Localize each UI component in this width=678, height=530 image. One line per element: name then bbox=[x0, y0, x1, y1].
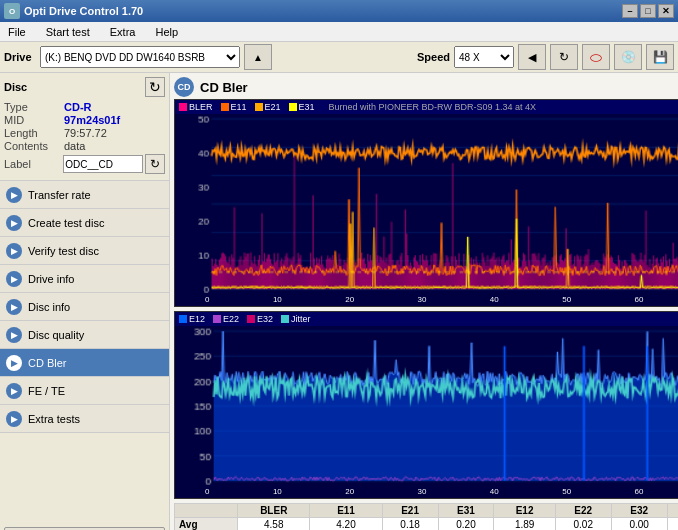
stats-col-e32: E32 bbox=[611, 504, 667, 518]
create-test-disc-icon: ▶ bbox=[6, 215, 22, 231]
disc-refresh-button[interactable]: ↻ bbox=[145, 77, 165, 97]
stats-col-e22: E22 bbox=[555, 504, 611, 518]
app-icon: O bbox=[4, 3, 20, 19]
disc-label-row: Label ↻ bbox=[4, 154, 165, 174]
e31-color bbox=[289, 103, 297, 111]
disc-quality-icon: ▶ bbox=[6, 327, 22, 343]
burned-with-label: Burned with PIONEER BD-RW BDR-S09 1.34 a… bbox=[329, 102, 536, 112]
e21-color bbox=[255, 103, 263, 111]
nav-verify-test-disc[interactable]: ▶ Verify test disc bbox=[0, 237, 169, 265]
verify-test-disc-icon: ▶ bbox=[6, 243, 22, 259]
erase-icon[interactable]: ⬭ bbox=[582, 44, 610, 70]
stats-col-e31: E31 bbox=[438, 504, 494, 518]
cd-bler-icon: ▶ bbox=[6, 355, 22, 371]
stats-cell-0-6: 0.00 bbox=[611, 518, 667, 531]
legend-e32: E32 bbox=[247, 314, 273, 324]
nav-transfer-rate[interactable]: ▶ Transfer rate bbox=[0, 181, 169, 209]
stats-col-e21: E21 bbox=[382, 504, 438, 518]
chart-title: CD Bler bbox=[200, 80, 248, 95]
legend-e12: E12 bbox=[179, 314, 205, 324]
nav-drive-info[interactable]: ▶ Drive info bbox=[0, 265, 169, 293]
bler-color bbox=[179, 103, 187, 111]
drive-info-icon: ▶ bbox=[6, 271, 22, 287]
disc-contents-value: data bbox=[64, 140, 85, 152]
menu-help[interactable]: Help bbox=[151, 24, 182, 40]
stats-cell-0-7: 6.54% bbox=[667, 518, 678, 531]
jitter-color bbox=[281, 315, 289, 323]
close-button[interactable]: ✕ bbox=[658, 4, 674, 18]
stats-cell-0-3: 0.20 bbox=[438, 518, 494, 531]
disc-label-label: Label bbox=[4, 158, 63, 170]
drive-select[interactable]: (K:) BENQ DVD DD DW1640 BSRB bbox=[40, 46, 240, 68]
chart1-container: BLER E11 E21 E31 Burned with PIONEER B bbox=[174, 99, 678, 307]
disc-section-title: Disc bbox=[4, 81, 27, 93]
menu-file[interactable]: File bbox=[4, 24, 30, 40]
transfer-rate-icon: ▶ bbox=[6, 187, 22, 203]
minimize-button[interactable]: – bbox=[622, 4, 638, 18]
disc-type-label: Type bbox=[4, 101, 64, 113]
stats-table: BLER E11 E21 E31 E12 E22 E32 Jitter Avg4… bbox=[174, 503, 678, 530]
disc-type-row: Type CD-R bbox=[4, 101, 165, 113]
legend-bler: BLER bbox=[179, 102, 213, 112]
drive-eject-icon[interactable]: ▲ bbox=[244, 44, 272, 70]
label-refresh-button[interactable]: ↻ bbox=[145, 154, 165, 174]
nav-fe-te[interactable]: ▶ FE / TE bbox=[0, 377, 169, 405]
stats-row: BLER E11 E21 E31 E12 E22 E32 Jitter Avg4… bbox=[174, 499, 678, 530]
stats-col-jitter: Jitter bbox=[667, 504, 678, 518]
disc-label-input[interactable] bbox=[63, 155, 143, 173]
menu-start-test[interactable]: Start test bbox=[42, 24, 94, 40]
legend-e21: E21 bbox=[255, 102, 281, 112]
drive-label: Drive bbox=[4, 51, 36, 63]
bler-chart bbox=[175, 114, 678, 294]
e32-color bbox=[247, 315, 255, 323]
chart1-legend: BLER E11 E21 E31 Burned with PIONEER B bbox=[175, 100, 678, 114]
main-layout: Disc ↻ Type CD-R MID 97m24s01f Length 79… bbox=[0, 73, 678, 530]
stats-cell-0-1: 4.20 bbox=[310, 518, 382, 531]
speed-refresh-icon[interactable]: ↻ bbox=[550, 44, 578, 70]
legend-jitter: Jitter bbox=[281, 314, 311, 324]
maximize-button[interactable]: □ bbox=[640, 4, 656, 18]
chart2-legend: E12 E22 E32 Jitter bbox=[175, 312, 678, 326]
extra-tests-icon: ▶ bbox=[6, 411, 22, 427]
speed-select[interactable]: 48 X bbox=[454, 46, 514, 68]
chart2-container: E12 E22 E32 Jitter bbox=[174, 311, 678, 499]
legend-e11: E11 bbox=[221, 102, 247, 112]
nav-disc-info[interactable]: ▶ Disc info bbox=[0, 293, 169, 321]
disc-section: Disc ↻ Type CD-R MID 97m24s01f Length 79… bbox=[0, 73, 169, 181]
nav-extra-tests[interactable]: ▶ Extra tests bbox=[0, 405, 169, 433]
disc-contents-label: Contents bbox=[4, 140, 64, 152]
stats-cell-0-0: 4.58 bbox=[238, 518, 310, 531]
save-icon[interactable]: 💾 bbox=[646, 44, 674, 70]
titlebar: O Opti Drive Control 1.70 – □ ✕ bbox=[0, 0, 678, 22]
stats-cell-0-5: 0.02 bbox=[555, 518, 611, 531]
e12-color bbox=[179, 315, 187, 323]
speed-label: Speed bbox=[417, 51, 450, 63]
sidebar: Disc ↻ Type CD-R MID 97m24s01f Length 79… bbox=[0, 73, 170, 530]
disc-mid-row: MID 97m24s01f bbox=[4, 114, 165, 126]
speed-down-icon[interactable]: ◀ bbox=[518, 44, 546, 70]
menu-extra[interactable]: Extra bbox=[106, 24, 140, 40]
menubar: File Start test Extra Help bbox=[0, 22, 678, 42]
stats-row-label-0: Avg bbox=[175, 518, 238, 531]
cd-bler-chart-icon: CD bbox=[174, 77, 194, 97]
nav-disc-quality[interactable]: ▶ Disc quality bbox=[0, 321, 169, 349]
chart2-x-labels: 01020304050607080 min bbox=[175, 486, 678, 498]
stats-col-bler: BLER bbox=[238, 504, 310, 518]
nav-create-test-disc[interactable]: ▶ Create test disc bbox=[0, 209, 169, 237]
stats-table-row-0: Avg4.584.200.180.201.890.020.006.54% bbox=[175, 518, 679, 531]
stats-col-e12: E12 bbox=[494, 504, 555, 518]
disc-mid-value: 97m24s01f bbox=[64, 114, 120, 126]
stats-cell-0-4: 1.89 bbox=[494, 518, 555, 531]
content-area: CD CD Bler BLER E11 E21 bbox=[170, 73, 678, 530]
stats-col-e11: E11 bbox=[310, 504, 382, 518]
jitter-chart bbox=[175, 326, 678, 486]
disc-info-icon: ▶ bbox=[6, 299, 22, 315]
stats-cell-0-2: 0.18 bbox=[382, 518, 438, 531]
disc-mid-label: MID bbox=[4, 114, 64, 126]
e11-color bbox=[221, 103, 229, 111]
disc-length-row: Length 79:57.72 bbox=[4, 127, 165, 139]
nav-cd-bler[interactable]: ▶ CD Bler bbox=[0, 349, 169, 377]
header-section: Drive (K:) BENQ DVD DD DW1640 BSRB ▲ Spe… bbox=[0, 42, 678, 73]
disc-copy-icon[interactable]: 💿 bbox=[614, 44, 642, 70]
legend-e31: E31 bbox=[289, 102, 315, 112]
